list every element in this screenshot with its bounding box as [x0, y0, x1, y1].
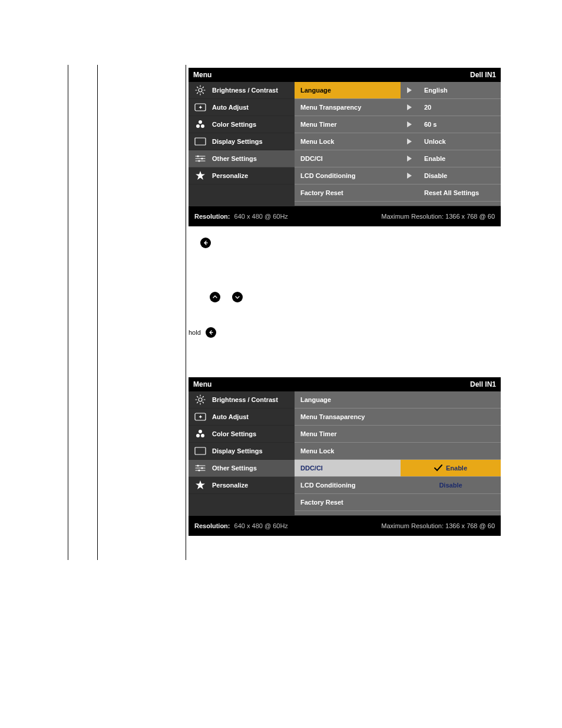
osd-left-panel: Brightness / Contrast✦Auto AdjustColor S…: [189, 391, 295, 515]
doc-rule-3: [186, 65, 186, 560]
svg-point-12: [196, 124, 200, 128]
setting-value: [418, 391, 501, 408]
svg-point-18: [197, 155, 199, 157]
setting-row[interactable]: DDC/CIEnable: [295, 150, 501, 167]
auto-icon: ✦: [193, 413, 207, 421]
sidebar-item-color[interactable]: Color Settings: [189, 116, 295, 133]
sidebar-item-sliders[interactable]: Other Settings: [189, 460, 295, 477]
sidebar-item-star[interactable]: Personalize: [189, 167, 295, 185]
setting-row[interactable]: Factory ResetReset All Settings: [295, 185, 501, 202]
setting-label: Factory Reset: [295, 494, 401, 510]
setting-row[interactable]: LanguageEnglish: [295, 82, 501, 99]
setting-value: [418, 443, 501, 459]
resolution-value: 640 x 480 @ 60Hz: [234, 213, 288, 220]
back-icon-2[interactable]: [206, 327, 216, 338]
svg-marker-26: [407, 156, 412, 162]
sidebar-item-brightness[interactable]: Brightness / Contrast: [189, 82, 295, 99]
osd-footer: Resolution: 640 x 480 @ 60Hz Maximum Res…: [189, 515, 501, 536]
setting-value: English: [418, 82, 501, 98]
star-icon: [193, 480, 207, 490]
setting-label: Menu Transparency: [295, 99, 401, 116]
resolution-label: Resolution:: [194, 522, 230, 529]
setting-label: Language: [295, 391, 401, 408]
setting-label: Menu Transaparency: [295, 409, 401, 425]
setting-row[interactable]: Language: [295, 391, 501, 409]
up-icon[interactable]: [210, 292, 220, 302]
setting-label: DDC/CI: [295, 460, 401, 476]
svg-point-19: [201, 157, 203, 159]
sliders-icon: [193, 154, 207, 163]
setting-row[interactable]: Menu Transaparency: [295, 409, 501, 426]
sidebar-item-auto[interactable]: ✦Auto Adjust: [189, 99, 295, 116]
svg-point-28: [199, 398, 202, 401]
osd-title: Menu: [193, 380, 211, 388]
osd-header: Menu Dell IN1: [189, 68, 501, 82]
sidebar-item-label: Display Settings: [212, 138, 263, 145]
osd-menu-2: Menu Dell IN1 Brightness / Contrast✦Auto…: [189, 377, 501, 536]
resolution-label: Resolution:: [194, 213, 230, 220]
svg-point-47: [201, 467, 203, 469]
star-icon: [193, 170, 207, 181]
setting-row[interactable]: Menu Timer: [295, 426, 501, 443]
doc-rule-1: [68, 65, 68, 560]
sidebar-item-label: Brightness / Contrast: [212, 87, 278, 94]
setting-row[interactable]: DDC/CIEnable: [295, 460, 501, 477]
sidebar-item-label: Personalize: [212, 482, 248, 489]
sidebar-item-color[interactable]: Color Settings: [189, 426, 295, 443]
doc-rule-2: [97, 65, 98, 560]
svg-rect-14: [195, 138, 206, 145]
sidebar-item-label: Display Settings: [212, 447, 263, 454]
svg-line-35: [197, 402, 199, 403]
color-icon: [193, 429, 207, 439]
setting-label: Factory Reset: [295, 185, 401, 201]
sidebar-item-brightness[interactable]: Brightness / Contrast: [189, 391, 295, 409]
svg-line-8: [203, 87, 204, 88]
svg-line-7: [197, 93, 199, 94]
instruction-back: [189, 238, 501, 248]
chevron-right-icon: [401, 116, 418, 133]
osd-model: Dell IN1: [470, 380, 496, 388]
setting-label: LCD Conditioning: [295, 167, 401, 184]
setting-label: Language: [295, 82, 401, 98]
setting-label: Menu Timer: [295, 116, 401, 133]
auto-icon: ✦: [193, 103, 207, 111]
svg-marker-27: [407, 173, 412, 179]
svg-text:✦: ✦: [199, 105, 203, 110]
setting-row[interactable]: Menu LockUnlock: [295, 133, 501, 150]
sidebar-item-label: Auto Adjust: [212, 104, 249, 111]
chevron-right-icon: [401, 82, 418, 98]
setting-row[interactable]: Menu Lock: [295, 443, 501, 460]
display-icon: [193, 447, 207, 455]
setting-label: DDC/CI: [295, 150, 401, 167]
sidebar-item-star[interactable]: Personalize: [189, 477, 295, 494]
back-icon[interactable]: [200, 238, 211, 248]
down-icon[interactable]: [232, 292, 243, 302]
sidebar-item-auto[interactable]: ✦Auto Adjust: [189, 409, 295, 426]
osd-left-panel: Brightness / Contrast✦Auto AdjustColor S…: [189, 82, 295, 206]
osd-right-panel: LanguageMenu TransaparencyMenu TimerMenu…: [295, 391, 501, 515]
svg-line-36: [203, 397, 204, 398]
setting-row[interactable]: LCD ConditioningDisable: [295, 477, 501, 494]
max-resolution: Maximum Resolution: 1366 x 768 @ 60: [381, 522, 495, 529]
instruction-updown: [189, 292, 501, 302]
svg-point-20: [198, 160, 200, 162]
setting-row[interactable]: Menu Transparency20: [295, 99, 501, 116]
check-icon: [434, 465, 442, 472]
setting-row[interactable]: LCD ConditioningDisable: [295, 167, 501, 185]
setting-label: Menu Lock: [295, 133, 401, 150]
setting-value: [418, 409, 501, 425]
sidebar-item-display[interactable]: Display Settings: [189, 443, 295, 460]
setting-value: 20: [418, 99, 501, 116]
brightness-icon: [193, 85, 207, 95]
setting-value: Disable: [418, 167, 501, 184]
svg-marker-23: [407, 104, 412, 110]
sidebar-item-label: Other Settings: [212, 465, 257, 472]
setting-row[interactable]: Menu Timer60 s: [295, 116, 501, 133]
setting-row[interactable]: Factory Reset: [295, 494, 501, 511]
chevron-right-icon: [401, 133, 418, 150]
sidebar-item-display[interactable]: Display Settings: [189, 133, 295, 150]
setting-value: Enable: [401, 460, 501, 476]
setting-value: [418, 494, 501, 510]
sidebar-item-sliders[interactable]: Other Settings: [189, 150, 295, 167]
sidebar-item-label: Color Settings: [212, 430, 256, 437]
